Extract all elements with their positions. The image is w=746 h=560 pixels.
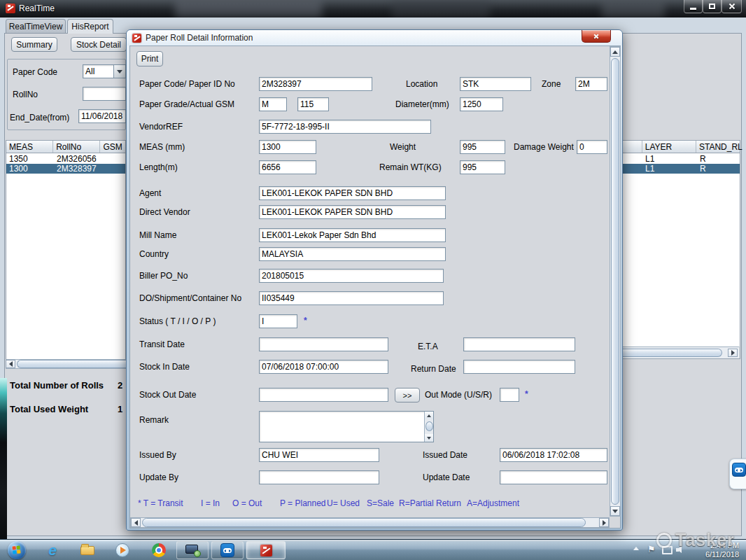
gsm-input[interactable]: 115: [297, 97, 329, 111]
dialog-titlebar[interactable]: Paper Roll Detail Information: [127, 30, 622, 46]
stock-out-input[interactable]: [259, 388, 388, 402]
table-row-selected[interactable]: 1300 2M328397: [6, 164, 125, 174]
scrollbar-thumb[interactable]: [17, 360, 126, 368]
scroll-up-button[interactable]: [425, 412, 433, 419]
cell-meas: 1300: [6, 164, 54, 174]
remark-scrollbar[interactable]: [424, 412, 433, 442]
realtime-app-button[interactable]: [246, 541, 286, 559]
teamviewer-icon: [732, 463, 746, 477]
stock-detail-button[interactable]: Stock Detail: [71, 37, 127, 52]
country-input[interactable]: MALAYSIA: [259, 247, 446, 261]
total-rolls-value: 2: [118, 380, 126, 391]
scrollbar-thumb[interactable]: [425, 421, 433, 431]
damage-weight-input[interactable]: 0: [577, 140, 607, 154]
close-icon: [729, 3, 736, 10]
column-header-meas[interactable]: MEAS: [6, 141, 53, 153]
out-mode-input[interactable]: [500, 388, 519, 402]
status-input[interactable]: I: [259, 314, 297, 328]
table-hscrollbar-left[interactable]: [6, 359, 126, 369]
vendor-ref-input[interactable]: 5F-7772-18-995-II: [259, 120, 431, 134]
agent-input[interactable]: LEK001-LEKOK PAPER SDN BHD: [259, 186, 446, 200]
remark-textarea[interactable]: [259, 411, 434, 442]
volume-icon[interactable]: [676, 546, 684, 554]
action-center-flag-icon[interactable]: ⚑: [647, 544, 656, 554]
scrollbar-thumb[interactable]: [611, 58, 619, 505]
teamviewer-button[interactable]: [211, 541, 244, 559]
stock-out-picker-button[interactable]: >>: [395, 388, 420, 402]
start-button[interactable]: [6, 541, 28, 559]
scroll-left-button[interactable]: [131, 518, 141, 527]
tab-realtimeview-label: RealTimeView: [9, 22, 63, 31]
summary-button[interactable]: Summary: [11, 37, 57, 52]
paper-code-dropdown-button[interactable]: [113, 65, 125, 78]
column-header-gsm[interactable]: GSM: [100, 141, 125, 153]
paper-id-input[interactable]: 2M328397: [259, 77, 372, 91]
print-button[interactable]: Print: [136, 51, 163, 66]
issued-date-value: 06/06/2018 17:02:08: [502, 450, 579, 460]
teamviewer-panel-handle[interactable]: [729, 458, 746, 489]
stock-out-label: Stock Out Date: [139, 390, 196, 400]
mill-name-input[interactable]: LEK001-Lekok Paper Sdn Bhd: [259, 228, 446, 242]
scrollbar-thumb[interactable]: [616, 349, 722, 357]
issued-date-label: Issued Date: [423, 450, 467, 460]
scroll-down-button[interactable]: [610, 506, 620, 516]
tray-clock[interactable]: 2:44 PM 6/11/2018: [691, 541, 739, 559]
direct-vendor-value: LEK001-LEKOK PAPER SDN BHD: [262, 207, 393, 217]
dialog-close-button[interactable]: [582, 30, 611, 43]
taskbar: e ⚑ 2:44 PM 6/11/2018: [0, 539, 746, 560]
paper-code-combo[interactable]: All: [83, 64, 126, 78]
remain-wt-input[interactable]: 995: [460, 160, 505, 174]
location-input[interactable]: STK: [460, 77, 531, 91]
scroll-down-button[interactable]: [425, 434, 433, 442]
table-row[interactable]: 1350 2M326056: [6, 154, 125, 164]
dialog-hscrollbar[interactable]: [130, 517, 610, 528]
update-date-input[interactable]: [500, 470, 607, 484]
file-explorer-button[interactable]: [76, 541, 99, 559]
maximize-button[interactable]: [703, 0, 722, 13]
issued-by-input[interactable]: CHU WEI: [259, 448, 379, 462]
transit-date-input[interactable]: [259, 337, 388, 351]
scroll-up-button[interactable]: [610, 47, 620, 57]
diameter-input[interactable]: 1250: [460, 97, 503, 111]
media-player-button[interactable]: [111, 541, 134, 559]
network-icon[interactable]: [662, 546, 671, 554]
table-row-selected[interactable]: L1 R: [616, 164, 740, 174]
tab-hisreport[interactable]: HisReport: [67, 19, 113, 34]
internet-explorer-button[interactable]: e: [41, 541, 64, 559]
minimize-button[interactable]: [684, 0, 703, 13]
table-row[interactable]: L1 R: [616, 154, 740, 164]
scrollbar-thumb[interactable]: [142, 518, 586, 527]
remote-desktop-button[interactable]: [176, 541, 209, 559]
scroll-left-button[interactable]: [6, 360, 15, 368]
direct-vendor-input[interactable]: LEK001-LEKOK PAPER SDN BHD: [259, 205, 446, 219]
eta-input[interactable]: [463, 337, 575, 351]
scroll-right-button[interactable]: [599, 518, 609, 527]
eta-label: E.T.A: [418, 342, 438, 351]
table-body: [6, 153, 125, 359]
column-header-stand-rl[interactable]: STAND_RL: [696, 141, 740, 153]
dialog-vscrollbar[interactable]: [610, 46, 621, 517]
zone-input[interactable]: 2M: [575, 77, 607, 91]
update-by-input[interactable]: [259, 470, 379, 484]
scroll-right-button[interactable]: [728, 349, 738, 357]
column-header-rollno[interactable]: RollNo: [53, 141, 100, 153]
issued-date-input[interactable]: 06/06/2018 17:02:08: [500, 448, 607, 462]
length-input[interactable]: 6656: [259, 160, 316, 174]
tab-realtimeview[interactable]: RealTimeView: [6, 19, 66, 33]
weight-input[interactable]: 995: [460, 140, 505, 154]
realtime-app-icon: [6, 4, 15, 13]
close-button[interactable]: [722, 0, 742, 13]
meas-input[interactable]: 1300: [259, 140, 316, 154]
tray-expand-button[interactable]: [633, 547, 639, 550]
stock-in-input[interactable]: 07/06/2018 07:00:00: [259, 360, 388, 374]
biller-po-input[interactable]: 201805015: [259, 269, 444, 283]
rollno-input[interactable]: [83, 87, 126, 101]
chrome-button[interactable]: [147, 541, 171, 559]
column-header-layer[interactable]: LAYER: [642, 141, 696, 153]
do-no-input[interactable]: II035449: [259, 291, 444, 305]
grade-input[interactable]: M: [259, 97, 287, 111]
table-hscrollbar-right[interactable]: [616, 346, 739, 358]
end-date-input[interactable]: 11/06/2018: [78, 109, 126, 123]
arrow-right-icon: [603, 520, 606, 526]
return-date-input[interactable]: [463, 360, 575, 374]
